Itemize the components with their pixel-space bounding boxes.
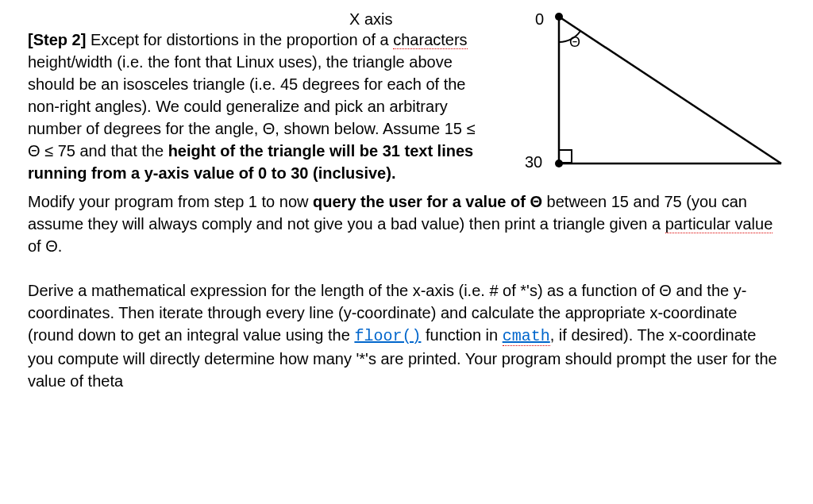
paragraph-derive: Derive a mathematical expression for the… — [28, 279, 785, 392]
diagram-theta-label: Θ — [569, 34, 580, 50]
p3-cmath-link[interactable]: cmath — [503, 327, 550, 346]
p2-partval: particular value — [665, 215, 773, 233]
diagram-label-bottom: 30 — [525, 153, 542, 171]
p2-text-a: Modify your program from step 1 to now — [28, 193, 313, 210]
p1-characters: characters — [393, 31, 467, 49]
p1-text-a: Except for distortions in the proportion… — [86, 31, 393, 48]
p3-text-b: function in — [421, 326, 502, 344]
paragraph-modify: Modify your program from step 1 to now q… — [28, 190, 785, 257]
triangle-diagram: 0 30 Θ — [515, 9, 785, 191]
svg-line-5 — [559, 17, 781, 164]
p2-bold-query: query the user for a value of Θ — [313, 193, 542, 210]
x-axis-label: X axis — [349, 8, 392, 30]
p2-text-c: of Θ. — [28, 237, 62, 255]
step-label: [Step 2] — [28, 31, 86, 48]
diagram-label-top: 0 — [535, 10, 544, 28]
p3-floor-link[interactable]: floor() — [354, 327, 421, 345]
